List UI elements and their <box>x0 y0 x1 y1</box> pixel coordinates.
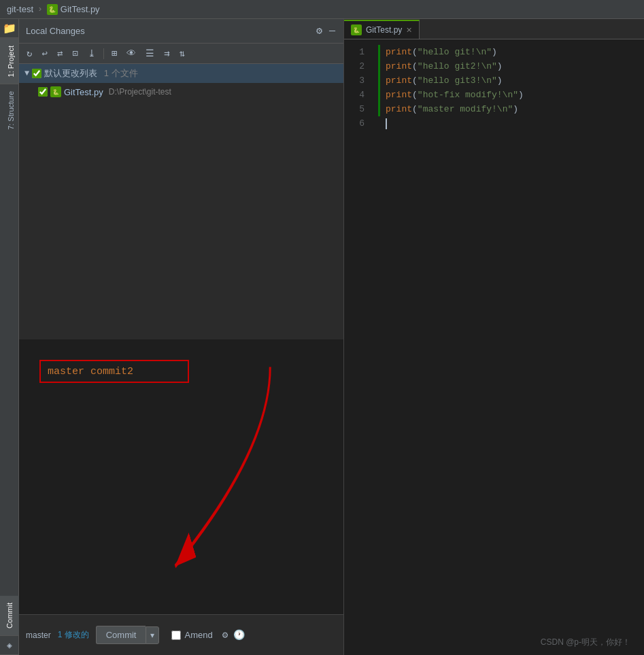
group-checkbox[interactable] <box>32 69 41 78</box>
commit-btn-group: Commit ▾ <box>96 626 160 644</box>
bottom-bar: master 1 修改的 Commit ▾ Amend ⚙ 🕐 <box>19 614 343 655</box>
commit-message-container: master commit2 <box>19 339 343 615</box>
line-num-5: 5 <box>344 102 365 116</box>
file-breadcrumb[interactable]: 🐍 GitTest.py <box>47 4 100 15</box>
tab-py-icon: 🐍 <box>351 24 362 35</box>
left-panel: Local Changes ⚙ — ↻ ↩ ⇄ ⊡ ⤓ ⊞ 👁 ☰ ⇉ ⇅ ▼ <box>19 19 344 655</box>
collapse-btn[interactable]: ⇅ <box>177 46 187 61</box>
code-line-2: print("hello git2!\n") <box>378 59 644 73</box>
line-num-3: 3 <box>344 73 365 88</box>
sidebar-tab-project[interactable]: 1: Project <box>0 38 18 84</box>
toolbar-sep-1 <box>103 48 104 59</box>
editor-tabs: 🐍 GitTest.py ✕ <box>344 19 644 39</box>
panel-actions: ⚙ — <box>315 23 337 39</box>
toolbar: ↻ ↩ ⇄ ⊡ ⤓ ⊞ 👁 ☰ ⇉ ⇅ <box>19 44 343 64</box>
tab-close-btn[interactable]: ✕ <box>406 26 412 35</box>
line-numbers: 1 2 3 4 5 6 <box>344 39 371 655</box>
code-content[interactable]: print("hello git!\n") print("hello git2!… <box>371 39 644 655</box>
main-layout: 📁 1: Project 7: Structure Commit ◈ Local… <box>0 19 644 655</box>
modified-bar-5 <box>378 102 380 116</box>
modified-bar-3 <box>378 73 380 88</box>
folder-icon[interactable]: 📁 <box>0 19 19 38</box>
amend-text: Amend <box>184 630 212 640</box>
line-num-6: 6 <box>344 116 365 131</box>
minimize-icon[interactable]: — <box>328 24 337 38</box>
sidebar-tab-structure[interactable]: 7: Structure <box>0 84 18 137</box>
changes-count: 1 修改的 <box>58 629 89 641</box>
editor-tab-gittest[interactable]: 🐍 GitTest.py ✕ <box>344 20 420 39</box>
modified-bar-4 <box>378 88 380 102</box>
modified-bar-6 <box>378 116 380 131</box>
py-file-icon: 🐍 <box>47 4 58 15</box>
top-breadcrumb-bar: git-test › 🐍 GitTest.py <box>0 0 644 19</box>
modified-bar-2 <box>378 59 380 73</box>
modified-bar-1 <box>378 45 380 59</box>
tree-expand-arrow: ▼ <box>24 69 29 78</box>
sort-btn[interactable]: ☰ <box>143 46 156 61</box>
tab-label: GitTest.py <box>366 25 402 35</box>
amend-checkbox[interactable] <box>171 631 181 640</box>
revert-btn[interactable]: ↩ <box>39 46 49 61</box>
file-tree: ▼ 默认更改列表 1 个文件 🐍 GitTest.py D:\Project\g… <box>19 64 343 339</box>
compare-btn[interactable]: ⇄ <box>55 46 65 61</box>
tree-file-row[interactable]: 🐍 GitTest.py D:\Project\git-test <box>19 83 343 101</box>
code-line-1: print("hello git!\n") <box>378 45 644 59</box>
refresh-btn[interactable]: ↻ <box>24 46 34 61</box>
code-editor: 1 2 3 4 5 6 print("hello git!\n") print(… <box>344 39 644 655</box>
commit-message-text: master commit2 <box>48 366 133 377</box>
right-panel: 🐍 GitTest.py ✕ 1 2 3 4 5 6 print("hello … <box>344 19 644 655</box>
line-num-1: 1 <box>344 45 365 59</box>
eye-btn[interactable]: 👁 <box>124 47 138 61</box>
code-line-4: print("hot-fix modify!\n") <box>378 88 644 102</box>
line-num-4: 4 <box>344 88 365 102</box>
panel-title: Local Changes <box>26 26 315 36</box>
code-line-5: print("master modify!\n") <box>378 102 644 116</box>
file-py-icon: 🐍 <box>50 86 61 97</box>
commit-dropdown-button[interactable]: ▾ <box>146 626 159 644</box>
vertical-sidebar: 📁 1: Project 7: Structure Commit ◈ <box>0 19 19 655</box>
file-checkbox[interactable] <box>38 87 48 97</box>
commit-message-box[interactable]: master commit2 <box>39 360 189 383</box>
cursor <box>386 118 392 129</box>
group-btn[interactable]: ⊞ <box>109 46 119 61</box>
settings-icon[interactable]: ⚙ <box>315 23 324 39</box>
settings-bottom-icon[interactable]: ⚙ <box>222 629 228 641</box>
watermark: CSDN @p-明天，你好！ <box>541 637 630 648</box>
bottom-right-actions: ⚙ 🕐 <box>222 629 245 641</box>
breadcrumb-separator: › <box>37 4 43 14</box>
file-path: D:\Project\git-test <box>109 87 171 97</box>
group-label: 默认更改列表 1 个文件 <box>44 67 137 80</box>
amend-label: Amend <box>171 630 212 640</box>
git-icon[interactable]: ◈ <box>0 636 19 655</box>
file-name: GitTest.py <box>64 87 103 97</box>
panel-header: Local Changes ⚙ — <box>19 19 343 44</box>
code-line-3: print("hello git3!\n") <box>378 73 644 88</box>
project-name[interactable]: git-test <box>7 4 33 14</box>
commit-button[interactable]: Commit <box>96 626 146 644</box>
shelve-btn[interactable]: ⊡ <box>70 46 80 61</box>
file-name-breadcrumb: GitTest.py <box>61 4 100 14</box>
line-num-2: 2 <box>344 59 365 73</box>
commit-sidebar-icon[interactable]: Commit <box>0 596 19 636</box>
unshelve-btn[interactable]: ⤓ <box>86 46 98 61</box>
code-line-6 <box>378 116 644 131</box>
expand-btn[interactable]: ⇉ <box>162 46 171 61</box>
tree-group-header[interactable]: ▼ 默认更改列表 1 个文件 <box>19 64 343 83</box>
branch-name: master <box>26 631 51 640</box>
history-icon[interactable]: 🕐 <box>233 629 245 641</box>
